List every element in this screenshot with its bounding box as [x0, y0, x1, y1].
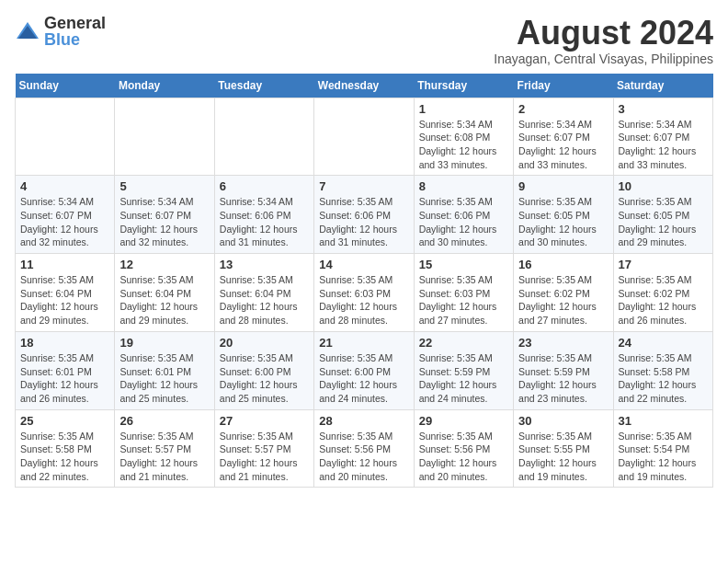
calendar-cell: 26Sunrise: 5:35 AM Sunset: 5:57 PM Dayli… [115, 409, 214, 488]
calendar-cell: 11Sunrise: 5:35 AM Sunset: 6:04 PM Dayli… [16, 254, 115, 332]
calendar-cell: 20Sunrise: 5:35 AM Sunset: 6:00 PM Dayli… [214, 331, 313, 409]
day-number: 1 [419, 102, 508, 116]
weekday-header-wednesday: Wednesday [314, 74, 414, 98]
title-section: August 2024 Inayagan, Central Visayas, P… [494, 15, 713, 66]
calendar-cell: 16Sunrise: 5:35 AM Sunset: 6:02 PM Dayli… [514, 254, 613, 332]
day-number: 23 [518, 336, 608, 350]
day-info: Sunrise: 5:35 AM Sunset: 6:01 PM Dayligh… [119, 351, 209, 406]
day-info: Sunrise: 5:35 AM Sunset: 6:00 PM Dayligh… [319, 351, 408, 406]
day-number: 3 [619, 102, 708, 116]
calendar-cell [115, 98, 214, 176]
calendar-cell: 18Sunrise: 5:35 AM Sunset: 6:01 PM Dayli… [16, 331, 115, 409]
calendar-cell: 22Sunrise: 5:35 AM Sunset: 5:59 PM Dayli… [414, 331, 513, 409]
calendar-cell [16, 98, 115, 176]
day-info: Sunrise: 5:35 AM Sunset: 5:56 PM Dayligh… [419, 430, 508, 484]
day-number: 28 [319, 414, 408, 428]
day-number: 26 [119, 414, 209, 428]
calendar-cell: 14Sunrise: 5:35 AM Sunset: 6:03 PM Dayli… [314, 254, 414, 332]
day-info: Sunrise: 5:34 AM Sunset: 6:08 PM Dayligh… [419, 118, 508, 172]
day-info: Sunrise: 5:35 AM Sunset: 5:56 PM Dayligh… [319, 430, 408, 484]
day-info: Sunrise: 5:35 AM Sunset: 6:03 PM Dayligh… [319, 273, 408, 327]
day-info: Sunrise: 5:35 AM Sunset: 6:05 PM Dayligh… [619, 195, 708, 249]
day-info: Sunrise: 5:35 AM Sunset: 5:59 PM Dayligh… [518, 351, 608, 406]
day-info: Sunrise: 5:34 AM Sunset: 6:06 PM Dayligh… [220, 195, 309, 249]
day-number: 30 [518, 414, 608, 428]
day-info: Sunrise: 5:35 AM Sunset: 6:04 PM Dayligh… [220, 273, 309, 327]
day-info: Sunrise: 5:35 AM Sunset: 5:57 PM Dayligh… [119, 430, 209, 484]
calendar-table: SundayMondayTuesdayWednesdayThursdayFrid… [15, 74, 713, 488]
day-info: Sunrise: 5:35 AM Sunset: 6:04 PM Dayligh… [119, 273, 209, 327]
calendar-cell: 30Sunrise: 5:35 AM Sunset: 5:55 PM Dayli… [514, 409, 613, 488]
day-number: 11 [20, 258, 109, 271]
calendar-cell: 28Sunrise: 5:35 AM Sunset: 5:56 PM Dayli… [314, 409, 414, 488]
weekday-header-tuesday: Tuesday [214, 74, 313, 98]
calendar-week-5: 25Sunrise: 5:35 AM Sunset: 5:58 PM Dayli… [16, 409, 713, 488]
day-number: 20 [220, 336, 309, 350]
day-info: Sunrise: 5:35 AM Sunset: 5:58 PM Dayligh… [619, 351, 708, 406]
subtitle: Inayagan, Central Visayas, Philippines [494, 52, 713, 66]
calendar-cell: 10Sunrise: 5:35 AM Sunset: 6:05 PM Dayli… [613, 176, 712, 254]
calendar-cell: 5Sunrise: 5:34 AM Sunset: 6:07 PM Daylig… [115, 176, 214, 254]
calendar-cell: 31Sunrise: 5:35 AM Sunset: 5:54 PM Dayli… [613, 409, 712, 488]
day-info: Sunrise: 5:35 AM Sunset: 5:57 PM Dayligh… [220, 430, 309, 484]
day-info: Sunrise: 5:35 AM Sunset: 6:05 PM Dayligh… [518, 195, 608, 249]
calendar-cell: 17Sunrise: 5:35 AM Sunset: 6:02 PM Dayli… [613, 254, 712, 332]
day-number: 31 [619, 414, 708, 428]
calendar-week-1: 1Sunrise: 5:34 AM Sunset: 6:08 PM Daylig… [16, 98, 713, 176]
calendar-cell: 19Sunrise: 5:35 AM Sunset: 6:01 PM Dayli… [115, 331, 214, 409]
day-number: 5 [119, 179, 209, 193]
day-number: 18 [20, 336, 109, 350]
logo: General Blue [15, 15, 106, 48]
weekday-header-friday: Friday [514, 74, 613, 98]
calendar-cell: 12Sunrise: 5:35 AM Sunset: 6:04 PM Dayli… [115, 254, 214, 332]
calendar-cell: 2Sunrise: 5:34 AM Sunset: 6:07 PM Daylig… [514, 98, 613, 176]
calendar-cell: 7Sunrise: 5:35 AM Sunset: 6:06 PM Daylig… [314, 176, 414, 254]
day-info: Sunrise: 5:35 AM Sunset: 6:06 PM Dayligh… [319, 195, 408, 249]
page-header: General Blue August 2024 Inayagan, Centr… [15, 15, 713, 66]
calendar-cell [214, 98, 313, 176]
day-info: Sunrise: 5:35 AM Sunset: 6:06 PM Dayligh… [419, 195, 508, 249]
calendar-cell: 24Sunrise: 5:35 AM Sunset: 5:58 PM Dayli… [613, 331, 712, 409]
calendar-cell: 21Sunrise: 5:35 AM Sunset: 6:00 PM Dayli… [314, 331, 414, 409]
weekday-header-monday: Monday [115, 74, 214, 98]
calendar-cell: 3Sunrise: 5:34 AM Sunset: 6:07 PM Daylig… [613, 98, 712, 176]
day-number: 9 [518, 179, 608, 193]
day-info: Sunrise: 5:35 AM Sunset: 5:58 PM Dayligh… [20, 430, 109, 484]
day-number: 16 [518, 258, 608, 271]
day-number: 12 [119, 258, 209, 271]
day-info: Sunrise: 5:34 AM Sunset: 6:07 PM Dayligh… [619, 118, 708, 172]
day-info: Sunrise: 5:35 AM Sunset: 5:55 PM Dayligh… [518, 430, 608, 484]
day-number: 17 [619, 258, 708, 271]
day-number: 24 [619, 336, 708, 350]
day-info: Sunrise: 5:35 AM Sunset: 6:02 PM Dayligh… [518, 273, 608, 327]
day-info: Sunrise: 5:35 AM Sunset: 6:01 PM Dayligh… [20, 351, 109, 406]
calendar-cell: 4Sunrise: 5:34 AM Sunset: 6:07 PM Daylig… [16, 176, 115, 254]
calendar-cell: 27Sunrise: 5:35 AM Sunset: 5:57 PM Dayli… [214, 409, 313, 488]
day-info: Sunrise: 5:35 AM Sunset: 6:00 PM Dayligh… [220, 351, 309, 406]
day-number: 15 [419, 258, 508, 271]
weekday-header-thursday: Thursday [414, 74, 513, 98]
calendar-cell: 1Sunrise: 5:34 AM Sunset: 6:08 PM Daylig… [414, 98, 513, 176]
day-number: 29 [419, 414, 508, 428]
day-number: 4 [20, 179, 109, 193]
calendar-cell: 15Sunrise: 5:35 AM Sunset: 6:03 PM Dayli… [414, 254, 513, 332]
main-title: August 2024 [494, 15, 713, 52]
weekday-header-row: SundayMondayTuesdayWednesdayThursdayFrid… [16, 74, 713, 98]
day-info: Sunrise: 5:35 AM Sunset: 6:02 PM Dayligh… [619, 273, 708, 327]
day-number: 22 [419, 336, 508, 350]
day-number: 27 [220, 414, 309, 428]
calendar-cell [314, 98, 414, 176]
calendar-week-4: 18Sunrise: 5:35 AM Sunset: 6:01 PM Dayli… [16, 331, 713, 409]
weekday-header-sunday: Sunday [16, 74, 115, 98]
day-number: 10 [619, 179, 708, 193]
calendar-cell: 8Sunrise: 5:35 AM Sunset: 6:06 PM Daylig… [414, 176, 513, 254]
logo-blue-text: Blue [44, 31, 106, 48]
calendar-week-2: 4Sunrise: 5:34 AM Sunset: 6:07 PM Daylig… [16, 176, 713, 254]
day-number: 13 [220, 258, 309, 271]
day-number: 25 [20, 414, 109, 428]
calendar-cell: 29Sunrise: 5:35 AM Sunset: 5:56 PM Dayli… [414, 409, 513, 488]
day-info: Sunrise: 5:35 AM Sunset: 5:59 PM Dayligh… [419, 351, 508, 406]
day-info: Sunrise: 5:34 AM Sunset: 6:07 PM Dayligh… [119, 195, 209, 249]
day-info: Sunrise: 5:35 AM Sunset: 6:04 PM Dayligh… [20, 273, 109, 327]
calendar-cell: 6Sunrise: 5:34 AM Sunset: 6:06 PM Daylig… [214, 176, 313, 254]
